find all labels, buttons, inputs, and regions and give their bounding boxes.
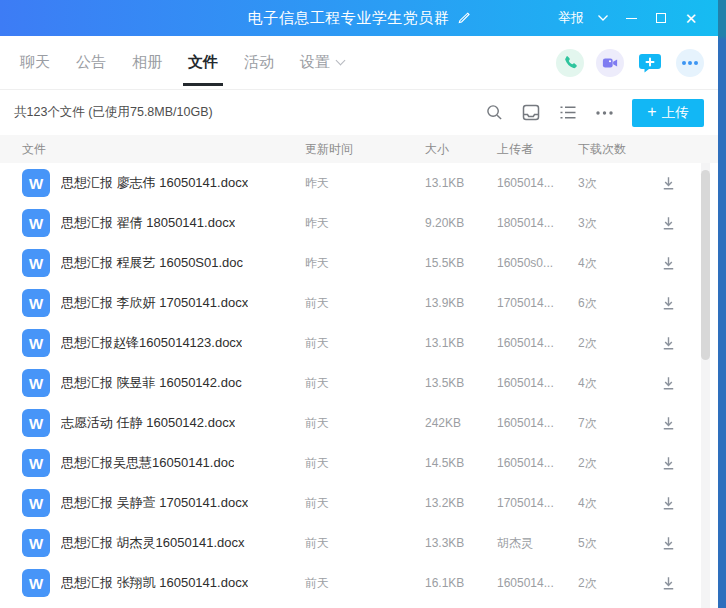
toolbar-icons: + 上传 [486,99,704,127]
download-icon [660,375,677,392]
file-update-time: 昨天 [305,255,425,272]
tab-files[interactable]: 文件 [186,36,220,90]
window-title: 电子信息工程专业学生党员群 [248,9,450,28]
maximize-button[interactable] [646,0,676,36]
column-header-download-count: 下载次数 [578,141,652,158]
more-apps-button[interactable] [676,49,704,77]
file-row[interactable]: W 思想汇报 李欣妍 17050141.docx 前天 13.9KB 17050… [0,283,718,323]
file-uploader: 1705014... [497,496,578,510]
file-row[interactable]: W 思想汇报 吴静萱 17050141.docx 前天 13.2KB 17050… [0,483,718,523]
file-name: 思想汇报 翟倩 18050141.docx [61,214,235,232]
file-name: 思想汇报 胡杰灵16050141.docx [61,534,245,552]
upload-button[interactable]: + 上传 [632,99,704,127]
download-button[interactable] [656,535,680,552]
tab-activity-label: 活动 [244,53,274,72]
tab-announcement[interactable]: 公告 [74,36,108,90]
file-uploader: 1605014... [497,176,578,190]
report-dropdown-chevron-icon[interactable] [590,0,616,36]
file-size: 13.1KB [425,176,497,190]
column-header-file: 文件 [22,141,305,158]
download-button[interactable] [656,575,680,592]
file-row[interactable]: W 思想汇报 廖志伟 16050141.docx 昨天 13.1KB 16050… [0,163,718,203]
file-uploader: 1605014... [497,576,578,590]
download-button[interactable] [656,495,680,512]
download-button[interactable] [656,295,680,312]
edit-group-name-icon[interactable] [456,11,470,25]
file-row[interactable]: W 思想汇报 胡杰灵16050141.docx 前天 13.3KB 胡杰灵 5次 [0,523,718,563]
download-button[interactable] [656,415,680,432]
tab-chat[interactable]: 聊天 [18,36,52,90]
file-row[interactable]: W 思想汇报 张翔凯 16050141.docx 前天 16.1KB 16050… [0,563,718,603]
video-camera-icon [602,56,618,70]
file-download-count: 3次 [578,175,652,192]
file-uploader: 1605014... [497,416,578,430]
column-header-size: 大小 [425,141,497,158]
file-table-header: 文件 更新时间 大小 上传者 下载次数 [0,135,718,163]
file-name: 志愿活动 任静 16050142.docx [61,414,235,432]
file-row[interactable]: W 思想汇报 陕昱菲 16050142.doc 前天 13.5KB 160501… [0,363,718,403]
scrollbar-thumb[interactable] [701,170,710,360]
search-button[interactable] [486,104,503,121]
tab-settings[interactable]: 设置 [298,36,346,90]
more-options-button[interactable] [596,111,613,115]
file-uploader: 1705014... [497,296,578,310]
file-download-count: 4次 [578,495,652,512]
file-update-time: 前天 [305,575,425,592]
download-button[interactable] [656,375,680,392]
file-uploader: 1805014... [497,216,578,230]
tab-settings-label: 设置 [300,53,330,72]
file-uploader: 1605014... [497,376,578,390]
file-download-count: 5次 [578,535,652,552]
word-file-icon: W [22,569,50,597]
list-view-button[interactable] [559,105,577,120]
voice-call-button[interactable] [556,49,584,77]
list-view-icon [559,105,577,120]
file-update-time: 前天 [305,295,425,312]
file-download-count: 2次 [578,575,652,592]
title-wrap: 电子信息工程专业学生党员群 [248,0,471,36]
file-name: 思想汇报吴思慧16050141.doc [61,454,234,472]
my-downloads-button[interactable] [522,104,540,121]
file-update-time: 前天 [305,375,425,392]
maximize-icon [656,13,666,23]
file-size: 14.5KB [425,456,497,470]
titlebar: 电子信息工程专业学生党员群 举报 ✕ [0,0,718,36]
file-row[interactable]: W 思想汇报 程展艺 16050S01.doc 昨天 15.5KB 16050s… [0,243,718,283]
file-download-count: 2次 [578,335,652,352]
file-uploader: 胡杰灵 [497,535,578,552]
file-download-count: 4次 [578,375,652,392]
word-file-icon: W [22,249,50,277]
file-size: 13.9KB [425,296,497,310]
chat-plus-icon [637,50,663,76]
minimize-button[interactable] [616,0,646,36]
tab-album[interactable]: 相册 [130,36,164,90]
file-row[interactable]: W 志愿活动 任静 16050142.docx 前天 242KB 1605014… [0,403,718,443]
word-file-icon: W [22,329,50,357]
download-button[interactable] [656,335,680,352]
download-icon [660,175,677,192]
file-download-count: 6次 [578,295,652,312]
close-icon: ✕ [685,11,698,26]
file-row[interactable]: W 思想汇报赵锋1605014123.docx 前天 13.1KB 160501… [0,323,718,363]
file-size: 16.1KB [425,576,497,590]
file-row[interactable]: W 思想汇报吴思慧16050141.doc 前天 14.5KB 1605014.… [0,443,718,483]
share-chat-button[interactable] [636,49,664,77]
download-button[interactable] [656,255,680,272]
tab-activity[interactable]: 活动 [242,36,276,90]
close-button[interactable]: ✕ [676,0,706,36]
download-button[interactable] [656,215,680,232]
file-toolbar: 共123个文件 (已使用75.8MB/10GB) + 上传 [0,90,718,135]
file-update-time: 前天 [305,535,425,552]
chevron-down-icon [336,56,346,66]
download-button[interactable] [656,175,680,192]
tab-chat-label: 聊天 [20,53,50,72]
report-button[interactable]: 举报 [552,0,590,36]
file-row[interactable]: W 思想汇报 翟倩 18050141.docx 昨天 9.20KB 180501… [0,203,718,243]
download-button[interactable] [656,455,680,472]
video-call-button[interactable] [596,49,624,77]
word-file-icon: W [22,369,50,397]
file-name: 思想汇报 张翔凯 16050141.docx [61,574,248,592]
word-file-icon: W [22,289,50,317]
file-count-summary: 共123个文件 (已使用75.8MB/10GB) [14,104,213,121]
word-file-icon: W [22,209,50,237]
